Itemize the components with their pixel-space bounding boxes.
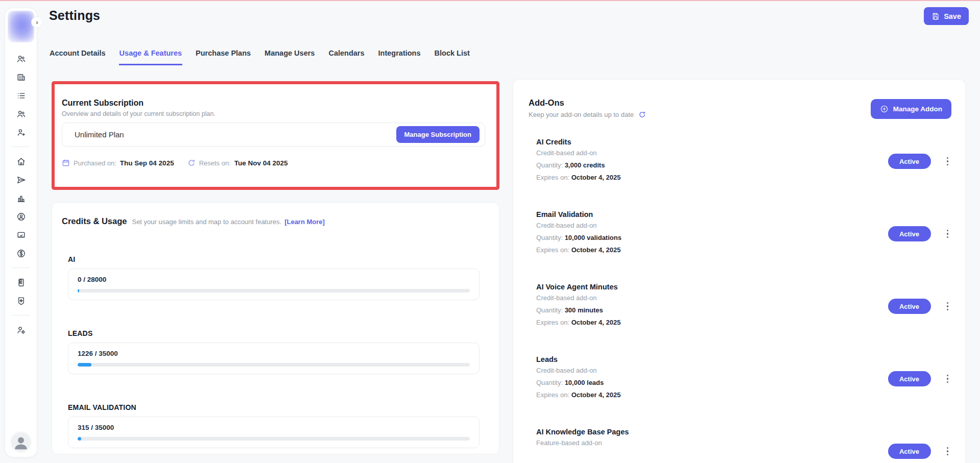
tab-purchase-plans[interactable]: Purchase Plans	[195, 49, 251, 65]
addon-item: AI Knowledge Base Pages Feature-based ad…	[529, 428, 951, 459]
sidebar-expand-button[interactable]: ›	[31, 16, 43, 28]
addon-expires: Expires on: October 4, 2025	[536, 174, 620, 181]
user-avatar[interactable]	[10, 431, 32, 453]
status-badge[interactable]: Active	[888, 444, 931, 459]
manage-subscription-button[interactable]: Manage Subscription	[396, 126, 480, 143]
addon-name: AI Credits	[536, 138, 620, 146]
resets-on: Resets on: Tue Nov 04 2025	[187, 159, 288, 167]
logo-image	[8, 11, 34, 42]
refresh-addons-icon[interactable]	[638, 111, 646, 118]
tab-block-list[interactable]: Block List	[434, 49, 470, 65]
kebab-menu-icon[interactable]	[944, 154, 951, 169]
meter-value: 1226 / 35000	[78, 350, 470, 357]
tab-integrations[interactable]: Integrations	[378, 49, 421, 65]
addon-info: AI Credits Credit-based add-on Quantity:…	[536, 138, 620, 181]
quantity-value: 3,000 credits	[565, 161, 605, 169]
company-icon[interactable]	[12, 68, 30, 86]
addon-name: AI Knowledge Base Pages	[536, 428, 629, 436]
workspace-logo[interactable]	[8, 11, 34, 42]
status-badge[interactable]: Active	[888, 154, 931, 169]
addon-name: AI Voice Agent Minutes	[536, 283, 620, 291]
resets-label: Resets on:	[199, 159, 231, 167]
meter-box: 1226 / 35000	[68, 343, 480, 374]
list-icon[interactable]	[12, 86, 30, 105]
expires-label: Expires on:	[536, 246, 571, 254]
current-subscription-card: Current Subscription Overview and detail…	[52, 81, 499, 190]
person-add-icon[interactable]	[12, 123, 30, 141]
kebab-menu-icon[interactable]	[944, 372, 951, 386]
credits-title: Credits & Usage	[62, 216, 127, 226]
upgrade-icon[interactable]	[12, 291, 30, 310]
expires-value: October 4, 2025	[571, 319, 621, 326]
support-icon[interactable]	[12, 207, 30, 226]
kebab-menu-icon[interactable]	[944, 444, 951, 459]
manage-addon-button[interactable]: Manage Addon	[871, 99, 951, 119]
users-icon[interactable]	[12, 50, 30, 68]
addon-info: Leads Credit-based add-on Quantity: 10,0…	[536, 355, 620, 399]
documents-icon[interactable]	[12, 273, 30, 291]
addon-actions: Active	[888, 371, 951, 386]
page-title: Settings	[49, 8, 100, 23]
status-badge[interactable]: Active	[888, 226, 931, 241]
settings-tabs: Account Details Usage & Features Purchas…	[49, 49, 470, 65]
quantity-label: Quantity:	[536, 379, 565, 386]
meter-value: 315 / 35000	[78, 424, 470, 431]
addon-item: Email Validation Credit-based add-on Qua…	[529, 210, 951, 254]
quantity-value: 10,000 leads	[565, 379, 604, 386]
quantity-value: 10,000 validations	[565, 234, 622, 241]
tab-calendars[interactable]: Calendars	[328, 49, 365, 65]
addon-item: Leads Credit-based add-on Quantity: 10,0…	[529, 355, 951, 399]
learn-more-link[interactable]: [Learn More]	[284, 218, 325, 226]
addon-expires: Expires on: October 4, 2025	[536, 246, 622, 254]
addon-type: Feature-based add-on	[536, 439, 629, 447]
addon-type: Credit-based add-on	[536, 222, 622, 229]
usage-meter: AI 0 / 28000	[68, 255, 480, 300]
credits-subtitle: Set your usage limits and map to account…	[132, 218, 281, 226]
purchased-value: Thu Sep 04 2025	[120, 159, 174, 167]
addons-card: Add-Ons Keep your add-on details up to d…	[513, 79, 966, 463]
meter-label: LEADS	[68, 329, 480, 337]
expires-label: Expires on:	[536, 174, 571, 181]
tab-usage-features[interactable]: Usage & Features	[119, 49, 183, 65]
billing-icon[interactable]	[12, 244, 30, 262]
progress-bar	[78, 289, 470, 293]
resets-value: Tue Nov 04 2025	[234, 159, 288, 167]
calendar-icon	[62, 159, 70, 167]
device-icon[interactable]	[12, 226, 30, 244]
expires-label: Expires on:	[536, 391, 571, 399]
user-settings-icon[interactable]	[12, 321, 30, 339]
quantity-label: Quantity:	[536, 234, 565, 241]
status-badge[interactable]: Active	[888, 299, 931, 314]
kebab-menu-icon[interactable]	[944, 299, 951, 314]
expires-value: October 4, 2025	[571, 391, 621, 399]
addon-info: AI Knowledge Base Pages Feature-based ad…	[536, 428, 629, 459]
quantity-value: 300 minutes	[565, 306, 603, 314]
tab-account-details[interactable]: Account Details	[49, 49, 106, 65]
meter-box: 0 / 28000	[68, 269, 480, 300]
subscription-subtitle: Overview and details of your current sub…	[62, 110, 485, 117]
progress-fill	[78, 437, 81, 441]
contacts-icon[interactable]	[12, 105, 30, 123]
subscription-title: Current Subscription	[62, 99, 485, 108]
save-button[interactable]: Save	[924, 7, 969, 25]
usage-meter: EMAIL VALIDATION 315 / 35000	[68, 403, 480, 448]
status-badge[interactable]: Active	[888, 371, 931, 386]
progress-bar	[78, 363, 470, 367]
credits-header: Credits & Usage Set your usage limits an…	[62, 216, 480, 226]
progress-fill	[78, 289, 79, 293]
addon-quantity: Quantity: 10,000 validations	[536, 234, 622, 241]
addon-expires: Expires on: October 4, 2025	[536, 319, 620, 326]
save-label: Save	[944, 12, 961, 20]
plan-box: Unlimited Plan Manage Subscription	[62, 123, 485, 147]
addon-info: AI Voice Agent Minutes Credit-based add-…	[536, 283, 620, 326]
chart-icon[interactable]	[12, 189, 30, 207]
send-icon[interactable]	[12, 170, 30, 189]
tab-manage-users[interactable]: Manage Users	[264, 49, 315, 65]
addon-list: AI Credits Credit-based add-on Quantity:…	[529, 138, 951, 459]
usage-meters: AI 0 / 28000 LEADS 1226 / 35000	[68, 255, 480, 448]
addon-type: Credit-based add-on	[536, 149, 620, 157]
kebab-menu-icon[interactable]	[944, 227, 951, 241]
plan-name: Unlimited Plan	[75, 130, 396, 139]
home-icon[interactable]	[12, 152, 30, 170]
purchased-on: Purchased on: Thu Sep 04 2025	[62, 159, 174, 167]
